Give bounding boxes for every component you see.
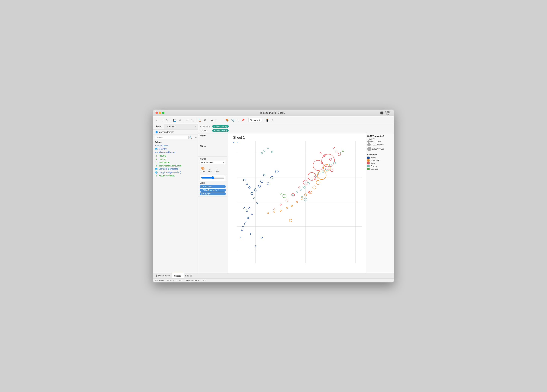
svg-point-38 — [240, 237, 241, 238]
field-measure-values[interactable]: # Measure Values — [153, 174, 198, 177]
legend-size-item-3: 1.000.000.000 — [367, 143, 392, 146]
sort-asc-button[interactable]: ↑ — [214, 118, 218, 122]
legend-color-americas — [367, 159, 369, 162]
legend-circle-1 — [367, 139, 368, 139]
back-button[interactable]: ← — [155, 118, 159, 122]
svg-point-74 — [274, 209, 275, 210]
sort-desc-button[interactable]: ↓ — [219, 118, 222, 122]
shelves: ⫶ Columns SUM(Income) ≡ Rows SUM(Lifeexp… — [198, 124, 394, 133]
svg-point-90 — [271, 151, 272, 153]
device-button[interactable]: 📱 — [265, 118, 270, 122]
show-me-button[interactable]: ⬛ Show Me — [380, 111, 391, 115]
field-count[interactable]: # gapminderdata.csv (Count) — [153, 164, 198, 167]
label-label: Label — [215, 170, 219, 172]
text-button[interactable]: T — [236, 118, 240, 122]
svg-point-96 — [280, 193, 281, 194]
minimize-button[interactable] — [159, 112, 161, 114]
center-panel: ⫶ Columns SUM(Income) ≡ Rows SUM(Lifeexp… — [198, 124, 394, 273]
rows-shelf: ≡ Rows SUM(Lifeexp) — [200, 128, 392, 133]
pin-button[interactable]: 📌 — [240, 118, 246, 122]
refresh-button[interactable]: ↻ — [165, 118, 169, 122]
new-dashboard-icon[interactable]: ⊞ — [187, 274, 189, 277]
marks-pill-continent[interactable]: ⊞ Continent — [200, 185, 226, 188]
size-slider[interactable] — [201, 176, 225, 179]
print-button[interactable]: 🖨 — [178, 118, 183, 122]
field-lifeexp[interactable]: # Lifeexp — [153, 157, 198, 161]
left-panel: Data Analytics 〈 🔷 gapminderdata 🔍 ▽ ⊞ T… — [153, 124, 198, 273]
search-input[interactable] — [155, 136, 189, 139]
clip-button[interactable]: 📎 — [230, 118, 235, 122]
tab-data[interactable]: Data — [153, 124, 164, 129]
color-label: Color — [201, 171, 205, 173]
marks-type-icon: ⊙ — [201, 161, 203, 164]
undo-button[interactable]: ↩ — [185, 118, 190, 122]
marks-icons-row: 🎨 Color ⊙ Size T Label — [200, 166, 226, 173]
swap-button[interactable]: ⇄ — [210, 118, 214, 122]
field-continent[interactable]: Abc Continent — [153, 144, 198, 147]
toolbar: ← → ↻ 💾 🖨 ↩ ↪ 📋 ⧉ ⇄ ↑ ↓ 🎨 📎 T 📌 Standard… — [153, 116, 394, 124]
color-button[interactable]: 🎨 — [225, 118, 230, 122]
size-legend-title: SUM(Population) — [367, 135, 392, 137]
maximize-button[interactable] — [162, 112, 164, 114]
new-sheet-icon[interactable]: ⊕ — [185, 274, 186, 277]
legend-color-africa — [367, 156, 369, 159]
color-mark-button[interactable]: 🎨 Color — [200, 166, 206, 173]
share-button[interactable]: ↗ — [271, 118, 275, 122]
svg-point-42 — [317, 171, 326, 179]
forward-button[interactable]: → — [160, 118, 164, 122]
tab-analytics[interactable]: Analytics — [164, 124, 179, 129]
field-income[interactable]: # Income — [153, 154, 198, 157]
svg-point-89 — [267, 148, 269, 149]
new-sheet-button[interactable]: 📋 — [197, 118, 202, 122]
svg-point-84 — [300, 189, 301, 190]
marks-pill-population[interactable]: ○ SUM(Populatio...) — [200, 189, 226, 192]
mid-layout: Pages Filters Marks ⊙ Automati — [198, 133, 394, 273]
field-longitude[interactable]: 🌐 Longitude (generated) — [153, 171, 198, 174]
sheet1-tab[interactable]: Sheet 1 — [172, 273, 184, 278]
main-window: Tableau Public - Book1 ⬛ Show Me ← → ↻ 💾… — [153, 109, 394, 283]
grid-icon[interactable]: ⊞ — [195, 136, 197, 139]
filter-icon[interactable]: ▽ — [193, 136, 194, 139]
size-mark-button[interactable]: ⊙ Size — [207, 166, 212, 173]
legend-circle-3 — [367, 143, 371, 146]
marks-type-dropdown[interactable]: ⊙ Automatic ▾ — [200, 161, 226, 164]
marks-title: Marks — [200, 158, 226, 160]
field-name-measure-values: Measure Values — [159, 174, 175, 177]
data-source-tab[interactable]: 🗄 Data Source — [153, 273, 172, 278]
marks-pill-country-icon: ⊞ — [201, 193, 202, 195]
field-name-lifeexp: Lifeexp — [159, 158, 166, 161]
separator-4 — [208, 118, 208, 122]
field-name-country: Country — [159, 148, 167, 150]
resize-handle-tl[interactable]: ◤ — [233, 141, 235, 143]
svg-point-79 — [318, 173, 320, 175]
svg-point-17 — [267, 183, 269, 185]
titlebar-right: ⬛ Show Me — [380, 111, 391, 115]
legend-circle-2 — [367, 140, 369, 143]
svg-point-24 — [246, 183, 248, 185]
data-source-label: Data Source — [158, 275, 170, 277]
field-measure-names[interactable]: Abc Measure Names — [153, 151, 198, 154]
svg-point-43 — [316, 180, 320, 184]
marks-pill-country[interactable]: ⊞ Country — [200, 192, 226, 195]
pages-filters-marks-panel: Pages Filters Marks ⊙ Automati — [198, 133, 227, 273]
legend-label-oceania: Oceania — [371, 168, 378, 170]
panel-close-button[interactable]: 〈 — [192, 124, 198, 129]
standard-dropdown[interactable]: Standard ▾ — [248, 118, 262, 122]
field-latitude[interactable]: 🌐 Latitude (generated) — [153, 167, 198, 171]
close-button[interactable] — [156, 112, 158, 114]
field-icon-population: # — [155, 162, 158, 164]
field-country[interactable]: 🌐 Country — [153, 147, 198, 151]
svg-point-37 — [250, 233, 251, 235]
field-population[interactable]: # Population — [153, 161, 198, 164]
redo-button[interactable]: ↪ — [190, 118, 194, 122]
save-button[interactable]: 💾 — [172, 118, 177, 122]
svg-point-19 — [260, 180, 263, 183]
duplicate-button[interactable]: ⧉ — [203, 118, 207, 122]
new-story-icon[interactable]: ⊟ — [190, 274, 192, 277]
label-mark-button[interactable]: T Label — [214, 166, 220, 173]
columns-shelf: ⫶ Columns SUM(Income) — [200, 124, 392, 128]
rows-icon: ≡ — [200, 129, 201, 132]
svg-point-54 — [289, 219, 292, 222]
rows-pill[interactable]: SUM(Lifeexp) — [212, 129, 229, 132]
columns-pill[interactable]: SUM(Income) — [212, 125, 229, 128]
